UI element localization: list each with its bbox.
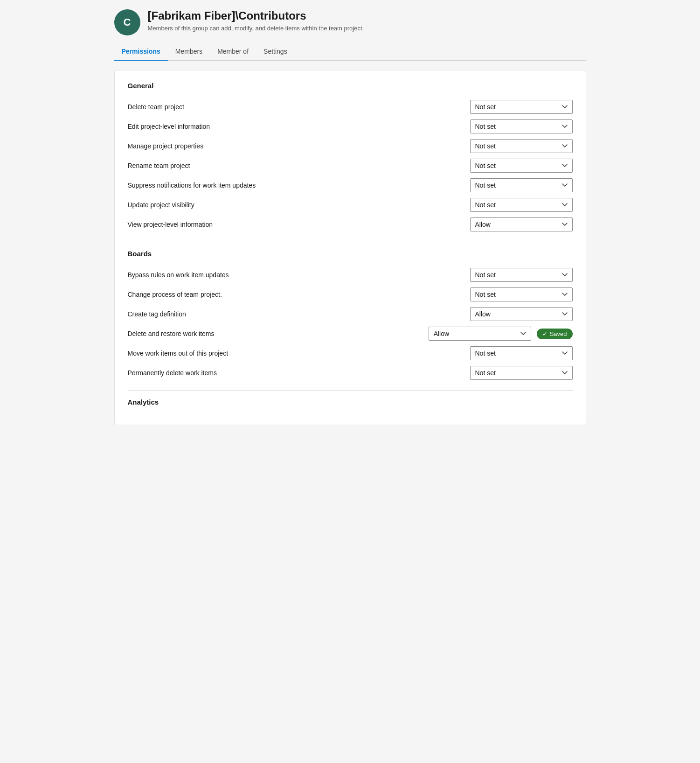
permission-label: Bypass rules on work item updates — [128, 271, 464, 279]
section-analytics-title: Analytics — [128, 398, 573, 406]
section-general-title: General — [128, 82, 573, 90]
section-divider — [128, 242, 573, 242]
permission-row: Suppress notifications for work item upd… — [128, 175, 573, 195]
section-boards-title: Boards — [128, 250, 573, 258]
permission-row: Permanently delete work items Not setAll… — [128, 363, 573, 383]
permission-label: Create tag definition — [128, 310, 464, 318]
tab-settings[interactable]: Settings — [256, 43, 295, 61]
permission-row: Move work items out of this project Not … — [128, 343, 573, 363]
group-subtitle: Members of this group can add, modify, a… — [148, 25, 364, 32]
permission-row: Bypass rules on work item updates Not se… — [128, 265, 573, 285]
section-divider-analytics — [128, 390, 573, 391]
permission-select-move-work-items[interactable]: Not setAllowDeny — [470, 346, 573, 360]
permission-row: Delete team project Not setAllowDeny — [128, 97, 573, 117]
permission-select-create-tag-definition[interactable]: Not setAllowDeny — [470, 307, 573, 321]
tabs-container: Permissions Members Member of Settings — [114, 43, 586, 61]
permission-select-edit-project-level-info[interactable]: Not setAllowDeny — [470, 119, 573, 133]
permission-label: Edit project-level information — [128, 123, 464, 130]
page-container: C [Fabrikam Fiber]\Contributors Members … — [103, 0, 597, 763]
section-boards: Boards Bypass rules on work item updates… — [128, 250, 573, 383]
permission-label: Suppress notifications for work item upd… — [128, 182, 464, 189]
permission-row: View project-level information Not setAl… — [128, 215, 573, 234]
permission-row: Rename team project Not setAllowDeny — [128, 156, 573, 175]
content-card: General Delete team project Not setAllow… — [114, 70, 586, 425]
permission-row: Delete and restore work items Not setAll… — [128, 324, 573, 343]
saved-badge: ✓ Saved — [537, 329, 573, 339]
tab-member-of[interactable]: Member of — [210, 43, 256, 61]
permission-label: Delete team project — [128, 103, 464, 111]
permission-label: Delete and restore work items — [128, 330, 423, 337]
permission-select-delete-team-project[interactable]: Not setAllowDeny — [470, 100, 573, 114]
permission-row: Edit project-level information Not setAl… — [128, 117, 573, 136]
tab-permissions[interactable]: Permissions — [114, 43, 168, 61]
permission-select-update-project-visibility[interactable]: Not setAllowDeny — [470, 198, 573, 212]
section-general: General Delete team project Not setAllow… — [128, 82, 573, 234]
permission-row: Manage project properties Not setAllowDe… — [128, 136, 573, 156]
avatar-letter: C — [124, 16, 131, 28]
tab-members[interactable]: Members — [168, 43, 210, 61]
permission-select-change-process[interactable]: Not setAllowDeny — [470, 287, 573, 301]
permission-select-manage-project-properties[interactable]: Not setAllowDeny — [470, 139, 573, 153]
permission-select-rename-team-project[interactable]: Not setAllowDeny — [470, 159, 573, 173]
permission-row: Change process of team project. Not setA… — [128, 285, 573, 304]
permission-label: Manage project properties — [128, 142, 464, 150]
permission-label: Change process of team project. — [128, 291, 464, 298]
permission-row: Create tag definition Not setAllowDeny — [128, 304, 573, 324]
select-with-badge: Not setAllowDeny ✓ Saved — [429, 327, 573, 341]
permission-select-bypass-rules[interactable]: Not setAllowDeny — [470, 268, 573, 282]
permission-select-suppress-notifications[interactable]: Not setAllowDeny — [470, 178, 573, 192]
saved-check-icon: ✓ — [542, 330, 548, 337]
permission-label: Move work items out of this project — [128, 350, 464, 357]
saved-label: Saved — [550, 330, 567, 337]
permission-select-permanently-delete-work-items[interactable]: Not setAllowDeny — [470, 366, 573, 380]
header: C [Fabrikam Fiber]\Contributors Members … — [114, 9, 586, 43]
group-title: [Fabrikam Fiber]\Contributors — [148, 9, 364, 23]
permission-label: Rename team project — [128, 162, 464, 169]
permission-row: Update project visibility Not setAllowDe… — [128, 195, 573, 215]
avatar: C — [114, 9, 140, 35]
header-text: [Fabrikam Fiber]\Contributors Members of… — [148, 9, 364, 32]
permission-label: Update project visibility — [128, 201, 464, 209]
permission-select-delete-restore-work-items[interactable]: Not setAllowDeny — [429, 327, 531, 341]
permission-label: Permanently delete work items — [128, 369, 464, 377]
section-analytics: Analytics — [128, 398, 573, 406]
permission-label: View project-level information — [128, 221, 464, 228]
permission-select-view-project-level-info[interactable]: Not setAllowDeny — [470, 217, 573, 231]
